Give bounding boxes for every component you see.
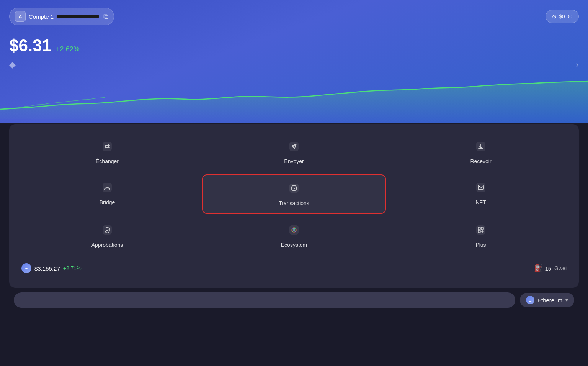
- network-bar: Ξ Ethereum ▾: [5, 288, 583, 312]
- bridge-icon: [101, 181, 113, 195]
- more-icon: [475, 224, 487, 238]
- account-selector[interactable]: A Compte 1 ⧉: [9, 8, 114, 25]
- actions-row-3: Approbations Ecosystem: [15, 217, 573, 255]
- eth-logo: Ξ: [21, 263, 31, 273]
- actions-row-2: Bridge Transactions: [15, 174, 573, 214]
- eth-icon-row: ◆ ›: [9, 60, 579, 70]
- app-container: A Compte 1 ⧉ ⊙ $0.00 $6.31 +2.62% ◆ ›: [0, 0, 588, 366]
- envoyer-label: Envoyer: [284, 158, 304, 164]
- account-address-bar: [57, 15, 99, 18]
- nft-label: NFT: [475, 199, 486, 205]
- gas-section: ⛽ 15 Gwei: [534, 264, 567, 272]
- nft-button[interactable]: NFT: [389, 174, 573, 214]
- bridge-button[interactable]: Bridge: [15, 174, 199, 214]
- bridge-label: Bridge: [100, 199, 115, 205]
- recevoir-button[interactable]: Recevoir: [389, 133, 573, 171]
- svg-point-16: [294, 230, 295, 231]
- ecosystem-icon: [288, 224, 300, 238]
- approbations-label: Approbations: [91, 242, 123, 248]
- gas-value: 15: [545, 265, 551, 272]
- svg-point-10: [479, 186, 480, 187]
- send-icon: [288, 140, 300, 154]
- svg-rect-0: [103, 142, 112, 151]
- gas-unit: Gwei: [554, 265, 567, 271]
- chevron-down-icon: ▾: [565, 297, 568, 303]
- transactions-label: Transactions: [279, 200, 309, 206]
- buy-button[interactable]: ⊙ $0.00: [546, 10, 579, 23]
- svg-rect-3: [103, 183, 112, 192]
- echanger-label: Échanger: [96, 158, 119, 164]
- clock-icon: [288, 182, 300, 196]
- balance-change: +2.62%: [56, 45, 80, 53]
- account-avatar: A: [15, 11, 26, 22]
- nft-icon: [475, 181, 487, 195]
- plus-label: Plus: [475, 242, 486, 248]
- shield-icon: [101, 224, 113, 238]
- ecosystem-button[interactable]: Ecosystem: [202, 217, 386, 255]
- account-name: Compte 1: [29, 13, 54, 20]
- balance-amount: $6.31: [9, 36, 51, 55]
- price-chart: [0, 77, 588, 123]
- swap-icon: [101, 140, 113, 154]
- transactions-button[interactable]: Transactions: [202, 174, 386, 214]
- balance-section: $6.31 +2.62%: [9, 36, 579, 55]
- chevron-right-icon[interactable]: ›: [576, 60, 579, 70]
- ecosystem-label: Ecosystem: [281, 242, 307, 248]
- price-bar: Ξ $3,155.27 +2.71% ⛽ 15 Gwei: [20, 258, 568, 279]
- plus-button[interactable]: Plus: [389, 217, 573, 255]
- recevoir-label: Recevoir: [470, 158, 491, 164]
- buy-icon: ⊙: [552, 13, 557, 20]
- echanger-button[interactable]: Échanger: [15, 133, 199, 171]
- network-selector[interactable]: Ξ Ethereum ▾: [520, 293, 574, 307]
- network-label: Ethereum: [537, 297, 562, 304]
- envoyer-button[interactable]: Envoyer: [202, 133, 386, 171]
- ethereum-diamond-icon: ◆: [9, 60, 16, 70]
- buy-label: $0.00: [559, 13, 572, 20]
- actions-card: Échanger Envoyer: [9, 124, 579, 288]
- network-logo: Ξ: [526, 296, 534, 304]
- receive-icon: [475, 140, 487, 154]
- svg-rect-18: [476, 225, 485, 235]
- svg-point-17: [295, 228, 296, 228]
- copy-icon[interactable]: ⧉: [103, 13, 108, 21]
- top-bar: A Compte 1 ⧉ ⊙ $0.00: [9, 8, 579, 25]
- approbations-button[interactable]: Approbations: [15, 217, 199, 255]
- gas-icon: ⛽: [534, 264, 542, 272]
- actions-row-1: Échanger Envoyer: [15, 133, 573, 171]
- blue-header: A Compte 1 ⧉ ⊙ $0.00 $6.31 +2.62% ◆ ›: [0, 0, 588, 123]
- eth-price: $3,155.27: [34, 265, 60, 272]
- eth-price-row: Ξ $3,155.27 +2.71%: [21, 263, 529, 273]
- eth-price-change: +2.71%: [63, 265, 82, 271]
- search-bar[interactable]: [14, 292, 515, 308]
